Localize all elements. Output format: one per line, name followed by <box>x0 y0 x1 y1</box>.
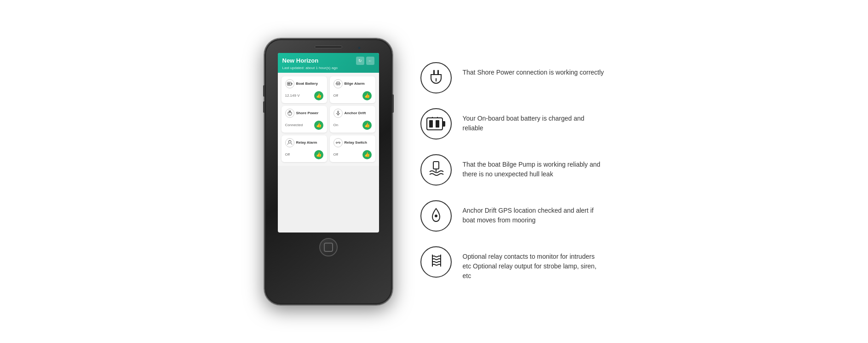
sensor-ok-relay-alarm[interactable]: 👍 <box>314 150 323 159</box>
phone-mockup: New Horizon ↻ ← Last updated: about 1 ho… <box>264 38 393 305</box>
svg-point-27 <box>435 215 437 217</box>
plug-icon <box>285 109 294 118</box>
back-button[interactable]: ← <box>366 57 374 65</box>
svg-rect-17 <box>437 70 439 75</box>
feature-text-relay: Optional relay contacts to monitor for i… <box>463 246 604 281</box>
anchor-drift-icon <box>428 207 444 225</box>
boat-battery-icon <box>426 117 446 131</box>
sensor-card-boat-battery[interactable]: Boat Battery 12.149 V 👍 <box>282 76 327 103</box>
bilge-icon <box>333 79 343 88</box>
sensor-grid: Boat Battery 12.149 V 👍 <box>282 76 375 162</box>
feature-icon-circle-relay <box>420 246 452 278</box>
sensor-card-top: Relay Switch <box>333 138 372 147</box>
phone-home-button[interactable] <box>319 238 338 256</box>
relay-icon <box>428 253 444 271</box>
phone-home-inner <box>324 243 333 252</box>
sensor-card-bottom: Off 👍 <box>333 91 372 100</box>
shore-power-icon <box>427 69 445 87</box>
sensor-card-top: Relay Alarm <box>285 138 323 147</box>
sensor-card-bottom: 12.149 V 👍 <box>285 91 323 100</box>
svg-rect-2 <box>289 83 290 85</box>
bilge-pump-icon <box>428 161 444 179</box>
sensor-value-relay-switch: Off <box>333 152 339 157</box>
app-header-top: New Horizon ↻ ← <box>282 57 374 65</box>
sensor-value-boat-battery: 12.149 V <box>285 93 300 98</box>
svg-rect-1 <box>288 83 289 85</box>
sensor-card-bottom: Off 👍 <box>285 150 323 159</box>
svg-rect-21 <box>436 120 439 128</box>
sensor-card-top: Anchor Drift <box>333 109 372 118</box>
sensor-card-bottom: Connected 👍 <box>285 121 323 130</box>
feature-icon-circle-boat-battery <box>420 108 452 140</box>
app-header-icons: ↻ ← <box>356 57 374 65</box>
feature-text-bilge-pump: That the boat Bilge Pump is working reli… <box>463 154 604 179</box>
phone-outer: New Horizon ↻ ← Last updated: about 1 ho… <box>264 38 393 305</box>
phone-speaker <box>315 46 342 48</box>
feature-item-boat-battery: Your On-board boat battery is charged an… <box>420 108 604 140</box>
app-subtitle: Last updated: about 1 hour(s) ago <box>282 66 374 70</box>
side-button-volume-up <box>263 85 265 97</box>
feature-icon-circle-bilge-pump <box>420 154 452 186</box>
sensor-ok-boat-battery[interactable]: 👍 <box>314 91 323 100</box>
sensor-name-boat-battery: Boat Battery <box>296 81 318 86</box>
sensor-card-top: Boat Battery <box>285 79 323 88</box>
feature-item-shore-power: That Shore Power connection is working c… <box>420 62 604 93</box>
svg-rect-6 <box>290 110 291 112</box>
sensor-card-relay-alarm[interactable]: Relay Alarm Off 👍 <box>282 135 327 162</box>
sensor-card-bottom: On 👍 <box>333 121 372 130</box>
sensor-ok-bilge-alarm[interactable]: 👍 <box>362 91 372 100</box>
feature-icon-circle-shore-power <box>420 62 452 93</box>
sensor-name-relay-switch: Relay Switch <box>345 140 367 145</box>
svg-rect-5 <box>289 110 290 112</box>
feature-text-anchor-drift: Anchor Drift GPS location checked and al… <box>463 200 604 225</box>
relay-alarm-icon <box>285 138 294 147</box>
sensor-card-anchor-drift[interactable]: Anchor Drift On 👍 <box>330 106 375 133</box>
refresh-button[interactable]: ↻ <box>356 57 364 65</box>
svg-rect-22 <box>443 121 445 127</box>
svg-point-14 <box>339 142 340 143</box>
app-body: Boat Battery 12.149 V 👍 <box>278 73 379 166</box>
svg-rect-25 <box>433 162 439 169</box>
sensor-name-relay-alarm: Relay Alarm <box>296 140 317 145</box>
svg-rect-20 <box>429 120 433 128</box>
app-header: New Horizon ↻ ← Last updated: about 1 ho… <box>278 53 379 73</box>
feature-icon-circle-anchor-drift <box>420 200 452 232</box>
feature-text-shore-power: That Shore Power connection is working c… <box>463 62 604 77</box>
sensor-ok-anchor-drift[interactable]: 👍 <box>362 121 372 130</box>
feature-item-anchor-drift: Anchor Drift GPS location checked and al… <box>420 200 604 232</box>
sensor-name-bilge-alarm: Bilge Alarm <box>345 81 365 86</box>
side-button-volume-down <box>263 101 265 113</box>
page-container: New Horizon ↻ ← Last updated: about 1 ho… <box>0 0 868 343</box>
svg-point-13 <box>336 142 337 143</box>
sensor-value-anchor-drift: On <box>333 123 339 127</box>
sensor-name-anchor-drift: Anchor Drift <box>345 111 366 115</box>
sensor-name-shore-power: Shore Power <box>296 111 319 115</box>
sensor-card-top: Bilge Alarm <box>333 79 372 88</box>
phone-camera <box>358 47 361 49</box>
svg-rect-3 <box>292 83 293 84</box>
sensor-card-relay-switch[interactable]: Relay Switch Off 👍 <box>330 135 375 162</box>
features-list: That Shore Power connection is working c… <box>420 62 604 281</box>
app-title: New Horizon <box>282 57 319 64</box>
sensor-card-bottom: Off 👍 <box>333 150 372 159</box>
relay-switch-icon <box>333 138 343 147</box>
svg-rect-16 <box>433 70 435 75</box>
sensor-card-top: Shore Power <box>285 109 323 118</box>
battery-icon <box>285 79 294 88</box>
svg-rect-4 <box>336 83 340 84</box>
side-button-power <box>392 94 394 113</box>
sensor-ok-shore-power[interactable]: 👍 <box>314 121 323 130</box>
sensor-card-shore-power[interactable]: Shore Power Connected 👍 <box>282 106 327 133</box>
feature-text-boat-battery: Your On-board boat battery is charged an… <box>463 108 604 133</box>
phone-screen: New Horizon ↻ ← Last updated: about 1 ho… <box>278 53 379 233</box>
sensor-ok-relay-switch[interactable]: 👍 <box>362 150 372 159</box>
anchor-icon <box>333 109 343 118</box>
feature-item-bilge-pump: That the boat Bilge Pump is working reli… <box>420 154 604 186</box>
sensor-value-shore-power: Connected <box>285 123 303 127</box>
sensor-value-relay-alarm: Off <box>285 152 290 157</box>
feature-item-relay: Optional relay contacts to monitor for i… <box>420 246 604 281</box>
sensor-card-bilge-alarm[interactable]: Bilge Alarm Off 👍 <box>330 76 375 103</box>
sensor-value-bilge-alarm: Off <box>333 93 339 98</box>
